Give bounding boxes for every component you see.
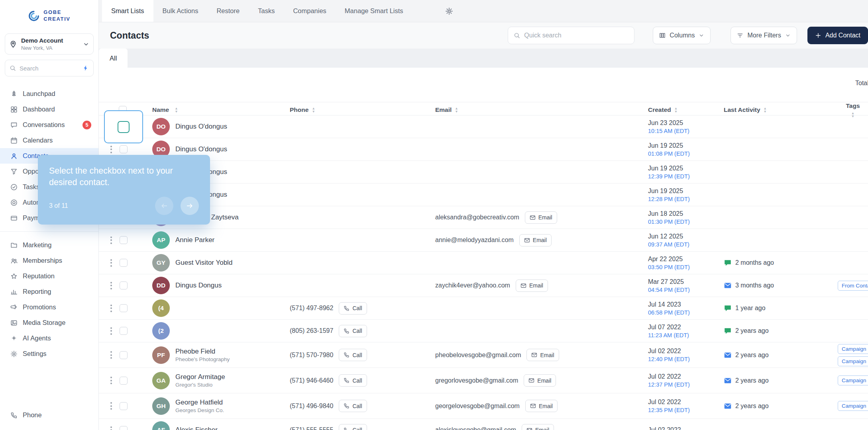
contact-row[interactable]: DODingus O'dongusJun 19 202512:39 PM (ED… (99, 161, 868, 184)
sidebar-item-phone[interactable]: Phone (0, 407, 98, 423)
row-menu-kebab-icon[interactable] (109, 425, 113, 430)
row-checkbox[interactable] (120, 377, 128, 385)
settings-gear-button[interactable] (440, 0, 458, 22)
call-action-button[interactable]: Call (339, 349, 367, 361)
phone-icon (344, 305, 350, 311)
call-action-button[interactable]: Call (339, 424, 367, 430)
contact-row[interactable]: PFPheobe FieldPheobe's Photography(571) … (99, 342, 868, 368)
contact-row[interactable]: DODingus O'dongusJun 19 202501:08 PM (ED… (99, 138, 868, 161)
sidebar-item-calendars[interactable]: Calendars (0, 133, 98, 148)
contact-row[interactable]: DODingus O'dongusJun 19 202512:28 PM (ED… (99, 184, 868, 206)
email-action-button[interactable]: Email (516, 280, 548, 292)
email-action-button[interactable]: Email (522, 424, 554, 430)
sidebar-item-media-storage[interactable]: Media Storage (0, 315, 98, 330)
columns-button[interactable]: Columns (653, 27, 711, 44)
column-header-name[interactable]: Name▲▼ (152, 106, 290, 113)
sort-icon[interactable]: ▲▼ (674, 107, 678, 113)
row-menu-kebab-icon[interactable] (109, 144, 113, 155)
sidebar-item-memberships[interactable]: Memberships (0, 253, 98, 268)
row-menu-kebab-icon[interactable] (109, 401, 113, 411)
sidebar-item-ai-agents[interactable]: AI Agents (0, 330, 98, 346)
sort-icon[interactable]: ▲▼ (851, 112, 854, 118)
last-activity-text: 2 years ago (735, 352, 769, 359)
row-checkbox[interactable] (120, 351, 128, 359)
sidebar-item-promotions[interactable]: Promotions (0, 299, 98, 315)
row-checkbox[interactable] (120, 236, 128, 244)
call-action-button[interactable]: Call (339, 325, 367, 337)
contact-name: Gregor Armitage (175, 373, 225, 381)
call-action-button[interactable]: Call (339, 374, 367, 387)
sort-icon[interactable]: ▲▼ (175, 107, 178, 113)
row-menu-kebab-icon[interactable] (109, 303, 113, 314)
account-selector[interactable]: Demo Account New York, VA (5, 33, 94, 55)
sidebar-item-settings[interactable]: Settings (0, 346, 98, 362)
email-action-button[interactable]: Email (526, 349, 559, 361)
sidebar-item-dashboard[interactable]: Dashboard (0, 102, 98, 117)
row-menu-kebab-icon[interactable] (109, 258, 113, 268)
sidebar-item-conversations[interactable]: Conversations5 (0, 117, 98, 133)
contact-row[interactable]: (4(571) 497-8962CallJul 14 202306:58 PM … (99, 297, 868, 320)
tab-all[interactable]: All (99, 49, 128, 68)
sidebar-item-reputation[interactable]: Reputation (0, 268, 98, 284)
quick-search[interactable] (508, 27, 634, 44)
add-contact-button[interactable]: Add Contact (807, 27, 868, 44)
last-activity: 2 years ago (724, 351, 838, 359)
topnav-tab-restore[interactable]: Restore (207, 0, 249, 22)
topnav-tab-bulk-actions[interactable]: Bulk Actions (153, 0, 208, 22)
contact-row[interactable]: DDDingus Donguszaychik4ever@yahoo.comEma… (99, 274, 868, 297)
row-checkbox[interactable] (120, 145, 128, 153)
row-menu-kebab-icon[interactable] (109, 350, 113, 360)
row-checkbox[interactable] (120, 259, 128, 267)
row-checkbox[interactable] (120, 426, 128, 430)
tour-next-button[interactable] (181, 197, 199, 215)
contact-row[interactable]: AFAlexis Fischer(571) 555-5555Callalexis… (99, 419, 868, 430)
created-time: 01:30 PM (EDT) (648, 219, 724, 225)
contact-row[interactable]: APAnnie Parkerannie@melodyyazdani.comEma… (99, 229, 868, 252)
ai-bolt-icon[interactable] (82, 65, 89, 71)
sidebar-item-launchpad[interactable]: Launchpad (0, 86, 98, 102)
row-checkbox[interactable] (120, 327, 128, 335)
contact-row[interactable]: AZAleksandra Zaytsevaaleksandra@gobecrea… (99, 206, 868, 229)
call-action-button[interactable]: Call (339, 400, 367, 412)
column-header-activity[interactable]: Last Activity▲▼ (724, 106, 838, 113)
call-action-button[interactable]: Call (339, 302, 367, 315)
more-filters-button[interactable]: More Filters (731, 27, 797, 44)
contact-row[interactable]: GHGeorge HatfieldGeorges Design Co.(571)… (99, 393, 868, 419)
quick-search-input[interactable] (524, 32, 628, 39)
row-menu-kebab-icon[interactable] (109, 280, 113, 291)
column-header-tags[interactable]: Tags▲▼ (838, 102, 868, 118)
row-checkbox[interactable] (120, 281, 128, 289)
topnav-tab-companies[interactable]: Companies (284, 0, 335, 22)
row-checkbox[interactable] (120, 402, 128, 410)
topnav-tab-tasks[interactable]: Tasks (249, 0, 284, 22)
tour-highlighted-checkbox[interactable] (118, 121, 130, 133)
sort-icon[interactable]: ▲▼ (764, 107, 767, 113)
row-menu-kebab-icon[interactable] (109, 375, 113, 386)
tour-previous-button[interactable] (155, 197, 173, 215)
email-action-button[interactable]: Email (525, 211, 557, 224)
email-action-button[interactable]: Email (519, 234, 552, 246)
email-action-button[interactable]: Email (525, 400, 558, 412)
row-menu-kebab-icon[interactable] (109, 235, 113, 246)
column-header-email[interactable]: Email▲▼ (435, 106, 648, 113)
sidebar-footer: Phone (0, 407, 98, 430)
sidebar-item-reporting[interactable]: Reporting (0, 284, 98, 299)
column-header-created[interactable]: Created▲▼ (648, 106, 724, 113)
sidebar-search-input[interactable] (20, 65, 79, 72)
topnav-tab-smart-lists[interactable]: Smart Lists (102, 0, 153, 22)
row-checkbox[interactable] (120, 304, 128, 312)
sidebar-item-marketing[interactable]: Marketing (0, 237, 98, 253)
row-menu-kebab-icon[interactable] (109, 326, 113, 336)
contact-row[interactable]: GYGuest Visitor YobldApr 22 202503:50 PM… (99, 252, 868, 274)
contact-row[interactable]: (2(805) 263-1597CallJul 07 202211:23 AM … (99, 320, 868, 342)
email-action-button[interactable]: Email (524, 374, 556, 387)
column-header-phone[interactable]: Phone▲▼ (290, 106, 435, 113)
contact-row[interactable]: DODingus O'dongusJun 23 202510:15 AM (ED… (99, 115, 868, 138)
created-cell: Jul 02 2022 (648, 426, 724, 430)
sort-icon[interactable]: ▲▼ (312, 107, 315, 113)
contact-row[interactable]: GAGregor ArmitageGregor's Studio(571) 94… (99, 368, 868, 393)
topnav-tab-manage-smart-lists[interactable]: Manage Smart Lists (336, 0, 412, 22)
sort-icon[interactable]: ▲▼ (455, 107, 458, 113)
sidebar-search[interactable] (5, 60, 94, 76)
last-activity-text: 1 year ago (735, 305, 766, 312)
